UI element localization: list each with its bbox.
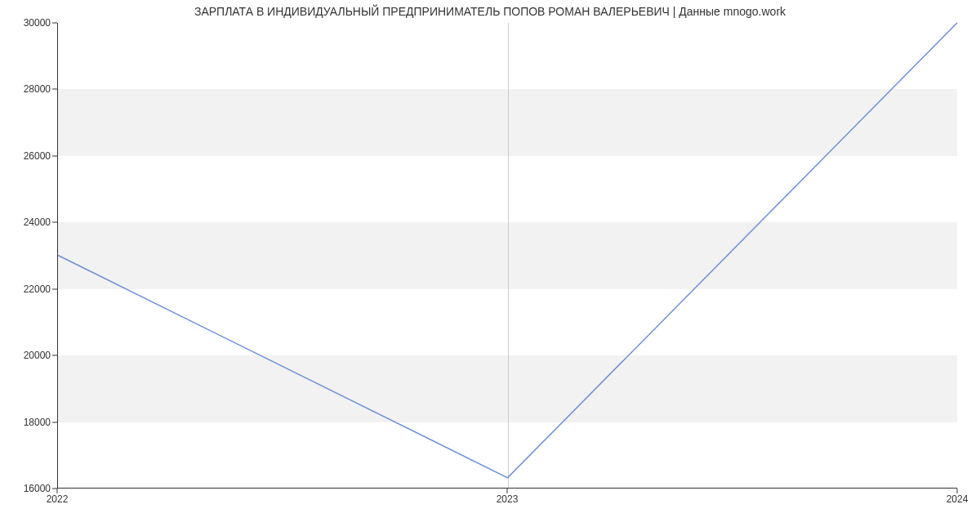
y-tick-label: 26000 <box>0 150 51 162</box>
salary-line-chart: ЗАРПЛАТА В ИНДИВИДУАЛЬНЫЙ ПРЕДПРИНИМАТЕЛ… <box>0 0 980 531</box>
plot-area <box>57 23 957 489</box>
y-tick-label: 16000 <box>0 483 51 494</box>
y-tick-label: 18000 <box>0 417 51 428</box>
y-tick-mark <box>52 89 57 90</box>
y-tick-mark <box>52 422 57 422</box>
chart-title: ЗАРПЛАТА В ИНДИВИДУАЛЬНЫЙ ПРЕДПРИНИМАТЕЛ… <box>0 5 980 18</box>
y-tick-mark <box>52 222 57 223</box>
series-line <box>58 23 957 478</box>
y-tick-label: 22000 <box>0 283 51 295</box>
y-tick-mark <box>52 355 57 356</box>
y-tick-label: 24000 <box>0 216 51 228</box>
y-tick-label: 20000 <box>0 350 51 361</box>
x-tick-label: 2023 <box>497 493 519 505</box>
x-tick-label: 2022 <box>47 493 69 505</box>
y-tick-mark <box>52 288 57 289</box>
y-tick-mark <box>52 155 57 156</box>
line-layer <box>58 23 957 488</box>
y-tick-label: 28000 <box>0 83 51 95</box>
x-tick-label: 2024 <box>947 493 969 505</box>
y-tick-label: 30000 <box>0 17 51 29</box>
y-tick-mark <box>52 23 57 24</box>
